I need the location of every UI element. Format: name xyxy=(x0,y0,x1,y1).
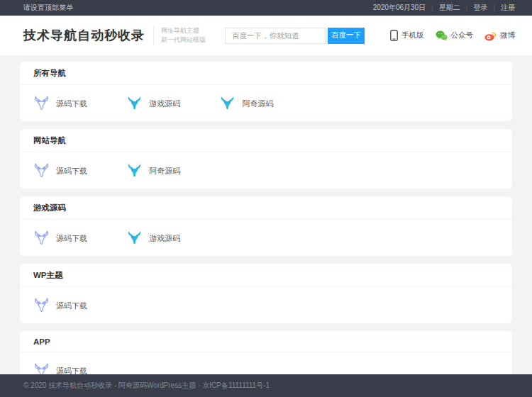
nav-section-items: 源码下载 阿奇源码 xyxy=(20,152,512,189)
mobile-version-link[interactable]: 手机版 xyxy=(390,30,424,41)
site-footer: © 2020 技术导航自动秒收录 - 阿奇源码WordPress主题 · 京IC… xyxy=(0,374,532,397)
nav-link-label: 源码下载 xyxy=(56,366,87,374)
weibo-link[interactable]: 微博 xyxy=(484,30,515,41)
weibo-icon xyxy=(484,30,497,41)
topbar-menu-hint: 请设置顶部菜单 xyxy=(23,3,73,13)
nav-link-label: 游戏源码 xyxy=(149,233,180,244)
wechat-official-link[interactable]: 公众号 xyxy=(436,30,474,41)
login-link[interactable]: 登录 xyxy=(473,3,487,13)
bull-icon xyxy=(33,296,50,315)
nav-section-title: 游戏源码 xyxy=(20,196,512,220)
bull-icon xyxy=(126,229,143,248)
nav-link-item[interactable]: 源码下载 xyxy=(33,94,126,113)
separator: | xyxy=(493,4,495,12)
bull-icon xyxy=(126,94,143,113)
nav-link-label: 源码下载 xyxy=(56,233,87,244)
site-tagline: 网址导航主题 新一代网站模版 xyxy=(153,26,206,45)
bull-icon xyxy=(33,162,50,181)
search-bar: 百度一下 xyxy=(225,28,365,44)
nav-section-items: 源码下载 xyxy=(20,352,512,374)
nav-link-item[interactable]: 阿奇源码 xyxy=(219,94,312,113)
separator: | xyxy=(466,4,468,12)
nav-section-card: 游戏源码 源码下载 游戏源码 xyxy=(20,196,512,256)
topbar: 请设置顶部菜单 2020年06月30日 | 星期二 | 登录 | 注册 xyxy=(0,0,532,16)
nav-link-item[interactable]: 源码下载 xyxy=(33,296,126,315)
nav-section-items: 源码下载 游戏源码 xyxy=(20,220,512,256)
nav-link-label: 阿奇源码 xyxy=(242,99,273,109)
nav-link-label: 源码下载 xyxy=(56,166,87,177)
nav-section-card: WP主题 源码下载 xyxy=(20,264,512,323)
nav-link-item[interactable]: 源码下载 xyxy=(33,162,126,181)
nav-link-label: 阿奇源码 xyxy=(149,166,180,177)
search-button[interactable]: 百度一下 xyxy=(328,28,365,44)
search-input[interactable] xyxy=(225,28,326,44)
site-title[interactable]: 技术导航自动秒收录 xyxy=(23,27,145,44)
weibo-label: 微博 xyxy=(500,30,515,40)
nav-section-title: WP主题 xyxy=(20,264,512,287)
nav-section-card: 网站导航 源码下载 阿奇源码 xyxy=(20,129,512,189)
tagline-line-1: 网址导航主题 xyxy=(161,26,206,35)
footer-copyright: © 2020 技术导航自动秒收录 - 阿奇源码WordPress主题 · 京IC… xyxy=(23,381,270,391)
nav-section-title: 网站导航 xyxy=(20,129,512,152)
site-header: 技术导航自动秒收录 网址导航主题 新一代网站模版 百度一下 手机版 xyxy=(0,16,532,55)
bull-icon xyxy=(126,162,143,181)
nav-section-title: 所有导航 xyxy=(20,62,512,85)
nav-section-card: 所有导航 源码下载 游戏源码 阿奇源码 xyxy=(20,62,512,121)
topbar-date: 2020年06月30日 xyxy=(373,3,426,13)
topbar-weekday: 星期二 xyxy=(439,3,460,13)
wechat-official-label: 公众号 xyxy=(451,30,474,40)
header-links: 手机版 公众号 xyxy=(379,30,515,41)
nav-link-item[interactable]: 源码下载 xyxy=(33,229,126,248)
separator: | xyxy=(431,4,433,12)
register-link[interactable]: 注册 xyxy=(501,3,515,13)
topbar-right: 2020年06月30日 | 星期二 | 登录 | 注册 xyxy=(373,3,515,13)
nav-section-title: APP xyxy=(20,331,512,352)
tagline-line-2: 新一代网站模版 xyxy=(161,35,206,45)
nav-link-item[interactable]: 源码下载 xyxy=(33,362,126,374)
nav-link-item[interactable]: 游戏源码 xyxy=(126,229,219,248)
nav-section-card: APP 源码下载 xyxy=(20,331,512,374)
nav-link-item[interactable]: 游戏源码 xyxy=(126,94,219,113)
mobile-version-label: 手机版 xyxy=(401,30,424,40)
nav-section-items: 源码下载 xyxy=(20,287,512,323)
smartphone-icon xyxy=(390,30,398,41)
bull-icon xyxy=(33,362,50,374)
bull-icon xyxy=(219,94,235,113)
bull-icon xyxy=(33,94,50,113)
main-content: 所有导航 源码下载 游戏源码 阿奇源码 网站导航 源码下载 阿奇源码 游戏源码 … xyxy=(0,55,532,374)
nav-section-items: 源码下载 游戏源码 阿奇源码 xyxy=(20,85,512,121)
wechat-icon xyxy=(436,30,448,41)
nav-link-label: 源码下载 xyxy=(56,99,87,109)
bull-icon xyxy=(33,229,50,248)
nav-link-label: 游戏源码 xyxy=(149,99,180,109)
nav-link-item[interactable]: 阿奇源码 xyxy=(126,162,219,181)
nav-link-label: 源码下载 xyxy=(56,301,87,311)
